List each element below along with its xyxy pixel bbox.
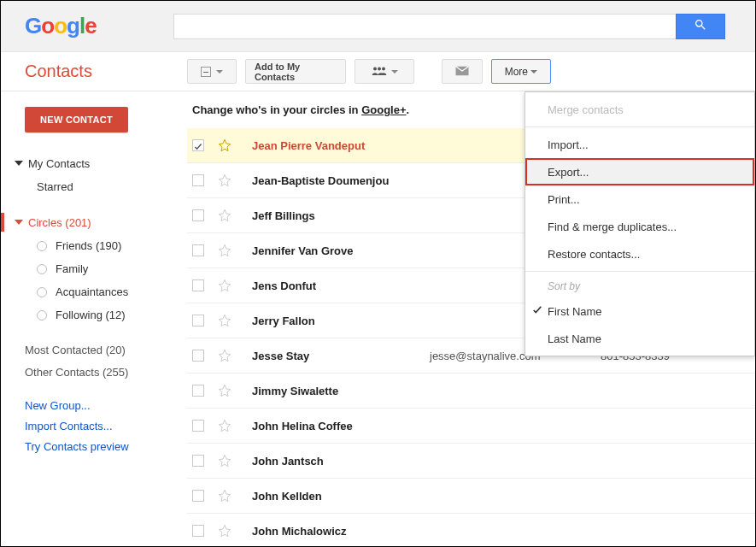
sidebar-circle-family[interactable]: Family bbox=[1, 257, 187, 280]
triangle-down-icon bbox=[15, 161, 23, 166]
star-icon[interactable] bbox=[218, 314, 231, 327]
new-contact-button[interactable]: NEW CONTACT bbox=[25, 107, 128, 132]
select-indicator-icon bbox=[201, 67, 211, 77]
menu-find-merge-duplicates[interactable]: Find & merge duplicates... bbox=[525, 213, 754, 240]
select-dropdown-button[interactable] bbox=[187, 59, 237, 84]
checkbox[interactable] bbox=[192, 525, 204, 537]
sidebar-import-contacts[interactable]: Import Contacts... bbox=[1, 415, 187, 436]
sidebar-item-label: Family bbox=[56, 262, 88, 275]
svg-point-0 bbox=[373, 67, 377, 70]
contact-row[interactable]: John Jantsch bbox=[187, 444, 755, 479]
sidebar-circle-following[interactable]: Following (12) bbox=[1, 303, 187, 326]
menu-export[interactable]: Export... bbox=[525, 158, 754, 185]
star-icon[interactable] bbox=[218, 349, 231, 362]
star-icon[interactable] bbox=[218, 138, 231, 152]
contact-name: John Jantsch bbox=[252, 455, 430, 468]
sidebar-most-contacted[interactable]: Most Contacted (20) bbox=[1, 338, 187, 361]
star-icon[interactable] bbox=[218, 209, 231, 222]
check-icon bbox=[194, 141, 202, 150]
contact-row[interactable]: John Helina Coffee bbox=[187, 409, 755, 444]
search-button[interactable] bbox=[676, 14, 725, 39]
menu-separator bbox=[525, 271, 754, 272]
search-icon bbox=[694, 18, 707, 34]
checkbox[interactable] bbox=[192, 174, 204, 186]
more-dropdown-button[interactable]: More bbox=[491, 59, 551, 84]
body: NEW CONTACT My Contacts Starred Circles … bbox=[1, 91, 755, 546]
checkbox[interactable] bbox=[192, 279, 204, 291]
menu-sort-last-name[interactable]: Last Name bbox=[525, 325, 754, 352]
checkbox[interactable] bbox=[192, 139, 204, 151]
menu-sort-first-name[interactable]: First Name bbox=[525, 297, 754, 325]
sidebar-starred[interactable]: Starred bbox=[1, 175, 187, 198]
sidebar-nav: My Contacts Starred Circles (201) Friend… bbox=[1, 151, 187, 456]
chevron-down-icon bbox=[530, 70, 537, 74]
contact-name: Jean-Baptiste Doumenjou bbox=[252, 174, 430, 187]
menu-restore-contacts[interactable]: Restore contacts... bbox=[525, 240, 754, 268]
triangle-down-icon bbox=[15, 220, 23, 225]
menu-print[interactable]: Print... bbox=[525, 185, 754, 213]
google-plus-link[interactable]: Google+ bbox=[361, 103, 406, 116]
chevron-down-icon bbox=[391, 70, 398, 74]
sidebar-item-label: My Contacts bbox=[28, 157, 90, 170]
sidebar-my-contacts[interactable]: My Contacts bbox=[1, 151, 187, 175]
sidebar-circle-friends[interactable]: Friends (190) bbox=[1, 234, 187, 257]
contact-row[interactable]: Jimmy Siwalette bbox=[187, 373, 755, 409]
checkbox[interactable] bbox=[192, 385, 204, 397]
mail-icon bbox=[454, 65, 470, 79]
contact-name: Jeff Billings bbox=[252, 209, 430, 222]
sidebar-circle-acquaintances[interactable]: Acquaintances bbox=[1, 280, 187, 303]
sidebar-circles[interactable]: Circles (201) bbox=[1, 210, 187, 234]
toolbar: Contacts Add to My Contacts More bbox=[1, 52, 755, 91]
star-icon[interactable] bbox=[218, 489, 231, 503]
email-button[interactable] bbox=[442, 59, 483, 84]
star-icon[interactable] bbox=[218, 524, 231, 538]
star-icon[interactable] bbox=[218, 279, 231, 292]
star-icon[interactable] bbox=[218, 454, 231, 468]
add-to-my-contacts-button[interactable]: Add to My Contacts bbox=[245, 59, 346, 84]
checkbox[interactable] bbox=[192, 420, 204, 432]
checkbox[interactable] bbox=[192, 209, 204, 221]
contact-name: John Helina Coffee bbox=[252, 420, 430, 432]
contact-name: Jean Pierre Vandeput bbox=[252, 139, 430, 152]
sidebar-new-group[interactable]: New Group... bbox=[1, 395, 187, 415]
contact-name: Jimmy Siwalette bbox=[252, 385, 430, 397]
contact-name: John Michalowicz bbox=[252, 525, 430, 538]
star-icon[interactable] bbox=[218, 244, 231, 257]
sidebar-try-preview[interactable]: Try Contacts preview bbox=[1, 436, 187, 456]
checkbox[interactable] bbox=[192, 490, 204, 502]
google-logo[interactable]: Google bbox=[25, 13, 97, 39]
menu-sort-by-label: Sort by bbox=[525, 275, 754, 297]
contact-row[interactable]: John Michalowicz bbox=[187, 514, 755, 547]
menu-merge-contacts: Merge contacts bbox=[525, 96, 754, 123]
checkbox[interactable] bbox=[192, 315, 204, 326]
banner-suffix: . bbox=[407, 103, 410, 116]
svg-point-1 bbox=[378, 67, 381, 70]
star-icon[interactable] bbox=[218, 419, 231, 432]
sidebar-other-contacts[interactable]: Other Contacts (255) bbox=[1, 361, 187, 383]
search-input[interactable] bbox=[173, 14, 676, 39]
header: Google bbox=[1, 1, 755, 52]
checkbox[interactable] bbox=[192, 244, 204, 256]
more-label: More bbox=[505, 66, 528, 78]
star-icon[interactable] bbox=[218, 384, 231, 397]
main-panel: Change who's in your circles in Google+.… bbox=[187, 91, 755, 546]
contact-name: Jens Donfut bbox=[252, 279, 430, 292]
chevron-down-icon bbox=[216, 70, 223, 74]
banner-prefix: Change who's in your circles in bbox=[192, 103, 361, 116]
sidebar: NEW CONTACT My Contacts Starred Circles … bbox=[1, 91, 187, 546]
menu-item-label: First Name bbox=[548, 305, 602, 318]
circle-icon bbox=[37, 287, 47, 297]
sidebar-item-label: Starred bbox=[37, 180, 73, 193]
menu-separator bbox=[525, 126, 754, 127]
svg-point-2 bbox=[382, 67, 385, 70]
check-icon bbox=[532, 305, 542, 318]
checkbox[interactable] bbox=[192, 455, 204, 467]
sidebar-item-label: Friends (190) bbox=[56, 239, 121, 252]
app-title[interactable]: Contacts bbox=[1, 62, 187, 81]
contact-name: Jesse Stay bbox=[252, 350, 430, 362]
contact-row[interactable]: John Kellden bbox=[187, 479, 755, 514]
groups-dropdown-button[interactable] bbox=[355, 59, 414, 84]
star-icon[interactable] bbox=[218, 174, 231, 187]
menu-import[interactable]: Import... bbox=[525, 131, 754, 158]
checkbox[interactable] bbox=[192, 350, 204, 362]
